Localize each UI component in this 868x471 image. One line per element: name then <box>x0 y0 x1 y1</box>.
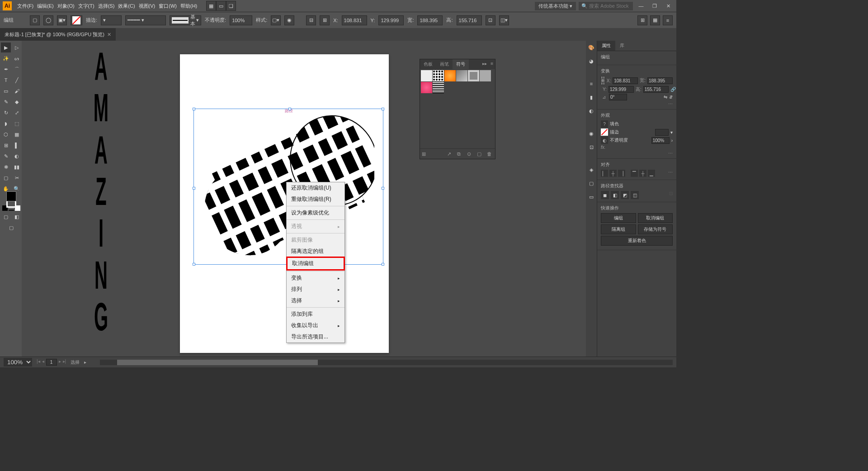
btn-recolor[interactable]: 重新着色 <box>601 236 673 246</box>
eyedropper-tool[interactable]: ✎ <box>1 151 11 161</box>
essentials-icon[interactable]: ⊞ <box>637 15 647 25</box>
symbol-item[interactable] <box>444 70 456 81</box>
align-vcenter[interactable]: ┼ <box>639 170 646 177</box>
flip-h-icon[interactable]: ⇋ <box>664 95 667 100</box>
cm-select[interactable]: 选择▸ <box>287 295 344 306</box>
draw-mode-behind[interactable]: ◧ <box>12 212 22 222</box>
cm-perspective[interactable]: 透视▸ <box>287 221 344 232</box>
compound-icon[interactable]: ▣▾ <box>57 15 67 25</box>
symbol-item[interactable] <box>480 70 491 81</box>
slice-tool[interactable]: ✂ <box>12 173 22 183</box>
recolor-icon[interactable]: ◉ <box>284 15 294 25</box>
menu-icon[interactable]: ≡ <box>663 15 673 25</box>
line-tool[interactable]: ╱ <box>12 75 22 85</box>
arrange-docs-icon[interactable]: ▭ <box>216 1 226 11</box>
align-top[interactable]: ▔ <box>631 170 638 177</box>
menu-type[interactable]: 文字(T) <box>76 3 96 10</box>
symbol-item[interactable] <box>421 82 432 93</box>
screen-mode[interactable]: ▢ <box>6 223 16 233</box>
fill-swatch-prop[interactable]: ? <box>601 120 608 128</box>
prev-artboard[interactable]: ◂ <box>42 359 44 366</box>
tab-properties[interactable]: 属性 <box>597 41 615 51</box>
symbols-panel[interactable]: 色板 画笔 符号 ▸▸ ≡ ⊞ ↗ ⧉ ⊙ <box>420 59 495 159</box>
symbol-sprayer-tool[interactable]: ❋ <box>1 162 11 172</box>
workspace-switcher[interactable]: 传统基本功能 ▾ <box>535 2 576 10</box>
symbol-item[interactable] <box>468 70 479 81</box>
menu-view[interactable]: 视图(V) <box>137 3 157 10</box>
shape-icon[interactable]: ◯ <box>43 15 53 25</box>
pf-exclude[interactable]: ◫ <box>631 191 639 199</box>
place-symbol-icon[interactable]: ↗ <box>447 151 453 157</box>
menu-edit[interactable]: 编辑(E) <box>35 3 56 10</box>
w-input[interactable]: 188.395 <box>417 15 443 25</box>
reference-point[interactable] <box>601 76 605 85</box>
close-icon[interactable]: ✕ <box>663 1 674 10</box>
cm-isolate[interactable]: 隔离选定的组 <box>287 246 344 257</box>
type-tool[interactable]: T <box>1 75 11 85</box>
symbol-item[interactable] <box>456 70 467 81</box>
stroke-panel-icon[interactable]: ≡ <box>587 80 595 88</box>
fill-swatch[interactable] <box>71 15 82 25</box>
selection-tool[interactable]: ▶ <box>1 43 11 52</box>
cm-add-lib[interactable]: 添加到库 <box>287 309 344 320</box>
blend-tool[interactable]: ◐ <box>12 151 22 161</box>
crop-icon[interactable]: ◫▾ <box>499 15 509 25</box>
x-input[interactable]: 108.831 <box>342 15 367 25</box>
rectangle-tool[interactable]: ▭ <box>1 86 11 96</box>
color-guide-icon[interactable]: ◕ <box>587 57 595 65</box>
btn-isolate[interactable]: 隔离组 <box>601 224 636 234</box>
more-options-icon[interactable]: ⋯ <box>601 101 673 106</box>
shape-builder-tool[interactable]: ⬡ <box>1 129 11 139</box>
perspective-grid-tool[interactable]: ▦ <box>12 129 22 139</box>
menu-window[interactable]: 窗口(W) <box>157 3 179 10</box>
menu-file[interactable]: 文件(F) <box>15 3 35 10</box>
free-transform-tool[interactable]: ⬚ <box>12 119 22 128</box>
more-appearance-icon[interactable]: ⋯ <box>601 151 673 156</box>
cm-export-sel[interactable]: 导出所选项目... <box>287 331 344 343</box>
tab-swatches[interactable]: 色板 <box>420 59 436 69</box>
prop-h[interactable] <box>643 86 669 93</box>
fx-row[interactable]: fx. <box>601 145 673 150</box>
next-artboard[interactable]: ▸ <box>59 359 61 366</box>
h-input[interactable]: 155.716 <box>457 15 482 25</box>
pen-tool[interactable]: ✒ <box>1 64 11 74</box>
eraser-tool[interactable]: ◆ <box>12 97 22 107</box>
opacity-input[interactable]: 100% <box>230 15 252 25</box>
align-bottom[interactable]: ▁ <box>648 170 655 177</box>
opacity-icon[interactable]: ◐ <box>601 137 608 144</box>
stroke-weight[interactable]: ▾ <box>101 15 122 25</box>
cm-undo[interactable]: 还原取消编组(U) <box>287 182 344 194</box>
align-panel-icon[interactable]: ⊟ <box>306 15 316 25</box>
break-link-icon[interactable]: ⧉ <box>457 151 463 157</box>
layers-panel-icon[interactable]: ◈ <box>587 166 595 174</box>
cm-arrange[interactable]: 排列▸ <box>287 284 344 295</box>
align-hcenter[interactable]: ┼ <box>609 170 617 177</box>
prop-x[interactable] <box>613 77 638 84</box>
symbol-lib-icon[interactable]: ⊞ <box>422 151 428 157</box>
asset-export-icon[interactable]: ▢ <box>587 179 595 187</box>
y-input[interactable]: 129.999 <box>378 15 404 25</box>
btn-save-symbol[interactable]: 存储为符号 <box>638 224 673 234</box>
prop-y[interactable] <box>609 86 634 93</box>
draw-mode-normal[interactable]: ▢ <box>1 212 11 222</box>
appearance-panel-icon[interactable]: ◉ <box>587 129 595 138</box>
cm-ungroup[interactable]: 取消编组 <box>286 257 345 271</box>
menu-effect[interactable]: 效果(C) <box>116 3 137 10</box>
symbol-item[interactable] <box>433 70 444 81</box>
cm-collect-export[interactable]: 收集以导出▸ <box>287 320 344 331</box>
mesh-tool[interactable]: ⊞ <box>1 140 11 150</box>
rotate-tool[interactable]: ↻ <box>1 108 11 118</box>
minimize-icon[interactable]: — <box>636 1 646 10</box>
fill-stroke-toggle[interactable] <box>6 195 16 205</box>
menu-object[interactable]: 对象(O) <box>56 3 76 10</box>
symbol-options-icon[interactable]: ⊙ <box>467 151 473 157</box>
btn-ungroup[interactable]: 取消编组 <box>638 213 673 223</box>
canvas[interactable]: AMAZING 路径 还原取消编组(U) 重做取消编组(R) <box>22 41 586 357</box>
shaper-tool[interactable]: ✎ <box>1 97 11 107</box>
status-chevron[interactable]: ▸ <box>84 360 86 365</box>
zoom-select[interactable]: 100% <box>4 358 32 366</box>
cm-redo[interactable]: 重做取消编组(R) <box>287 194 344 205</box>
align-left[interactable]: ▏ <box>601 170 608 177</box>
magic-wand-tool[interactable]: ✨ <box>1 53 11 63</box>
stroke-profile[interactable]: ━━━━ ▾ <box>125 15 166 25</box>
